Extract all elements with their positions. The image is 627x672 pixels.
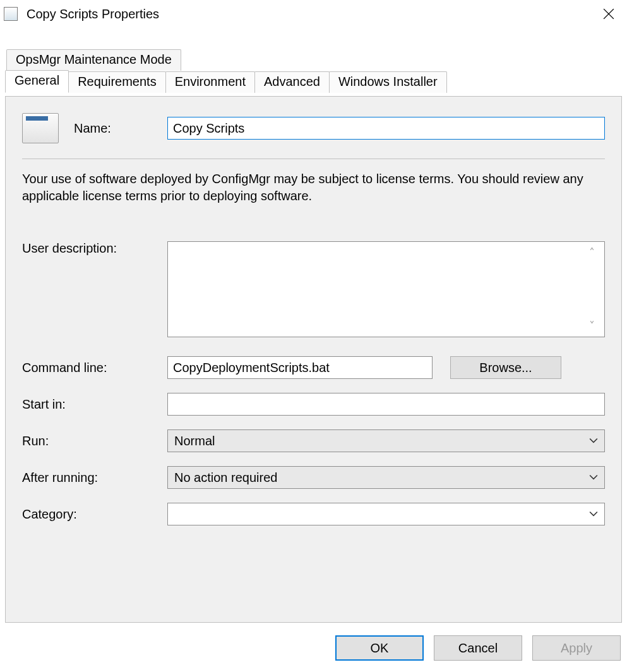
command-line-input[interactable] <box>167 356 433 379</box>
name-label: Name: <box>74 121 167 136</box>
titlebar: Copy Scripts Properties <box>0 0 627 28</box>
start-in-label: Start in: <box>22 397 167 412</box>
user-description-input[interactable] <box>168 242 587 337</box>
scroll-up-icon[interactable]: ˄ <box>589 246 600 260</box>
after-running-row: After running: No action required <box>22 466 605 489</box>
divider <box>22 159 605 159</box>
program-icon <box>22 113 59 143</box>
scroll-down-icon[interactable]: ˅ <box>589 319 600 333</box>
cancel-button[interactable]: Cancel <box>434 635 522 661</box>
tab-row-primary: General Requirements Environment Advance… <box>5 70 622 93</box>
run-label: Run: <box>22 434 167 448</box>
window-title: Copy Scripts Properties <box>23 7 159 21</box>
command-line-label: Command line: <box>22 361 167 375</box>
user-description-row: User description: ˄ ˅ <box>22 241 605 337</box>
chevron-down-icon <box>589 510 598 519</box>
command-line-row: Command line: Browse... <box>22 356 605 379</box>
user-description-wrap: ˄ ˅ <box>167 241 605 337</box>
close-icon <box>603 8 614 20</box>
name-row: Name: <box>22 113 605 143</box>
app-icon <box>4 7 18 21</box>
name-input[interactable] <box>167 117 605 140</box>
after-running-label: After running: <box>22 471 167 485</box>
tab-windows-installer[interactable]: Windows Installer <box>329 71 447 93</box>
tab-container: OpsMgr Maintenance Mode General Requirem… <box>5 49 622 623</box>
after-running-value: No action required <box>174 471 277 485</box>
tab-row-secondary: OpsMgr Maintenance Mode <box>6 49 622 71</box>
category-label: Category: <box>22 507 167 522</box>
category-row: Category: <box>22 503 605 525</box>
dialog-footer: OK Cancel Apply <box>335 635 621 661</box>
close-button[interactable] <box>594 3 623 25</box>
chevron-down-icon <box>589 436 598 445</box>
start-in-input[interactable] <box>167 393 605 416</box>
run-value: Normal <box>174 434 215 448</box>
ok-button[interactable]: OK <box>335 635 424 661</box>
tab-panel-general: Name: Your use of software deployed by C… <box>5 96 622 623</box>
tab-general[interactable]: General <box>5 70 69 93</box>
run-dropdown[interactable]: Normal <box>167 429 605 452</box>
chevron-down-icon <box>589 473 598 482</box>
tab-environment[interactable]: Environment <box>165 71 255 93</box>
tab-opsmgr-maintenance-mode[interactable]: OpsMgr Maintenance Mode <box>6 49 181 71</box>
browse-button[interactable]: Browse... <box>450 356 561 379</box>
properties-dialog: Copy Scripts Properties OpsMgr Maintenan… <box>0 0 627 672</box>
license-text: Your use of software deployed by ConfigM… <box>22 171 605 205</box>
start-in-row: Start in: <box>22 393 605 416</box>
tab-requirements[interactable]: Requirements <box>68 71 166 93</box>
run-row: Run: Normal <box>22 429 605 452</box>
after-running-dropdown[interactable]: No action required <box>167 466 605 489</box>
apply-button[interactable]: Apply <box>532 635 621 661</box>
tab-advanced[interactable]: Advanced <box>254 71 330 93</box>
category-dropdown[interactable] <box>167 503 605 525</box>
user-description-label: User description: <box>22 241 167 256</box>
